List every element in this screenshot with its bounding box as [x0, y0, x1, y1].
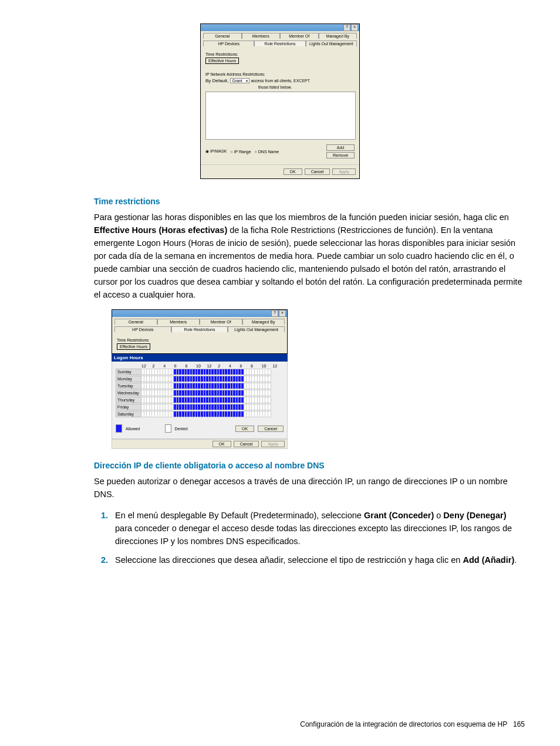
cancel-button[interactable]: Cancel — [234, 441, 259, 447]
logon-ok-button[interactable]: OK — [235, 426, 254, 432]
tab-member-of[interactable]: Member Of — [280, 33, 319, 39]
access-text-2: those listed below. — [258, 85, 355, 89]
logon-cancel-button[interactable]: Cancel — [258, 426, 284, 432]
hour-cell[interactable] — [268, 369, 271, 375]
time-restrictions-heading: Time restrictions — [94, 197, 525, 206]
effective-hours-button[interactable]: Effective Hours — [205, 58, 239, 64]
tab-member-of[interactable]: Member Of — [200, 319, 242, 325]
tab-row-2: HP Devices Role Restrictions Lights Out … — [112, 325, 287, 332]
dialog2-footer: OK Cancel Apply — [112, 439, 288, 449]
allowed-label: Allowed — [126, 427, 140, 431]
day-row: Friday — [116, 404, 284, 410]
tab-lights-out[interactable]: Lights Out Management — [228, 326, 285, 332]
hour-cell[interactable] — [268, 390, 271, 396]
role-restrictions-dialog-figure: ? × General Members Member Of Managed By… — [35, 23, 525, 179]
by-default-label: By Default, — [205, 78, 228, 83]
tab-hp-devices[interactable]: HP Devices — [114, 326, 171, 332]
time-restrictions-paragraph: Para gestionar las horas disponibles en … — [94, 211, 525, 301]
day-row: Sunday — [116, 369, 284, 375]
tab-members[interactable]: Members — [157, 319, 200, 325]
close-icon[interactable]: × — [279, 310, 286, 317]
by-default-row: By Default, Grant access from all client… — [205, 78, 355, 83]
radio-dns[interactable]: ○ DNS Name — [255, 150, 279, 154]
hour-label: 8 — [251, 364, 262, 368]
ip-dns-paragraph: Se pueden autorizar o denegar accesos a … — [94, 475, 525, 501]
add-button[interactable]: Add — [326, 144, 355, 151]
remove-button[interactable]: Remove — [326, 152, 355, 158]
tab-row-1: General Members Member Of Managed By — [112, 317, 287, 325]
day-label: Wednesday — [116, 390, 141, 396]
time-restrictions-label: Time Restrictions: — [117, 338, 282, 342]
logon-hours-dialog-figure: ? × General Members Member Of Managed By… — [112, 309, 525, 449]
ok-button[interactable]: OK — [212, 441, 231, 447]
day-row: Monday — [116, 376, 284, 382]
day-label: Saturday — [116, 411, 141, 417]
step-1: En el menú desplegable By Default (Prede… — [110, 509, 525, 548]
restrictions-listbox[interactable] — [205, 92, 356, 140]
steps-list: En el menú desplegable By Default (Prede… — [94, 509, 525, 566]
day-label: Monday — [116, 376, 141, 382]
hour-cell[interactable] — [268, 383, 271, 389]
access-text-1: access from all clients, EXCEPT — [251, 79, 310, 83]
by-default-select[interactable]: Grant — [230, 78, 249, 83]
hour-labels: 122468101224681012 — [141, 364, 284, 368]
time-restrictions-label: Time Restrictions: — [205, 52, 355, 56]
help-icon[interactable]: ? — [343, 24, 350, 31]
allowed-swatch-icon — [116, 424, 122, 433]
tab-general[interactable]: General — [203, 33, 242, 39]
hour-label: 2 — [218, 364, 229, 368]
cancel-button[interactable]: Cancel — [305, 168, 330, 175]
dialog-titlebar: ? × — [201, 24, 359, 31]
hour-label: 12 — [141, 364, 153, 368]
denied-label: Denied — [175, 427, 188, 431]
legend-row: Allowed Denied OK Cancel — [116, 424, 284, 433]
hour-label: 4 — [229, 364, 240, 368]
schedule-grid: 122468101224681012 SundayMondayTuesdayWe… — [112, 362, 288, 439]
dialog-footer: OK Cancel Apply — [201, 164, 359, 178]
ip-restrictions-label: IP Network Address Restrictions: — [205, 72, 355, 76]
tab-row-1: General Members Member Of Managed By — [201, 31, 359, 39]
tab-hp-devices[interactable]: HP Devices — [203, 40, 254, 46]
day-label: Sunday — [116, 369, 141, 375]
hour-label: 12 — [272, 364, 284, 368]
role-restrictions-dialog: ? × General Members Member Of Managed By… — [200, 23, 360, 179]
hour-cell[interactable] — [268, 404, 271, 410]
apply-button[interactable]: Apply — [332, 168, 356, 175]
tab-lights-out[interactable]: Lights Out Management — [306, 40, 357, 46]
ip-dns-heading: Dirección IP de cliente obligatoria o ac… — [94, 461, 525, 470]
hour-label: 2 — [153, 364, 164, 368]
day-row: Wednesday — [116, 390, 284, 396]
tab-members[interactable]: Members — [242, 33, 281, 39]
logon-hours-title: Logon Hours — [112, 354, 288, 362]
tab-role-restrictions[interactable]: Role Restrictions — [171, 326, 228, 332]
hour-cell[interactable] — [268, 376, 271, 382]
day-row: Thursday — [116, 397, 284, 403]
radio-iprange[interactable]: ○ IP Range — [230, 150, 251, 154]
day-row: Saturday — [116, 411, 284, 417]
tab-managed-by[interactable]: Managed By — [242, 319, 285, 325]
effective-hours-button[interactable]: Effective Hours — [117, 343, 150, 350]
hour-label: 10 — [262, 364, 273, 368]
day-label: Thursday — [116, 397, 141, 403]
day-label: Tuesday — [116, 383, 141, 389]
hour-label: 10 — [196, 364, 207, 368]
apply-button[interactable]: Apply — [261, 441, 285, 447]
close-icon[interactable]: × — [351, 24, 358, 31]
tab-managed-by[interactable]: Managed By — [319, 33, 357, 39]
hour-label: 8 — [185, 364, 196, 368]
tab-row-2: HP Devices Role Restrictions Lights Out … — [201, 39, 359, 46]
help-icon[interactable]: ? — [271, 310, 278, 317]
logon-hours-dialog: ? × General Members Member Of Managed By… — [112, 309, 288, 449]
ok-button[interactable]: OK — [284, 168, 302, 175]
hour-cell[interactable] — [268, 397, 271, 403]
denied-swatch-icon — [165, 424, 171, 433]
hour-label: 6 — [174, 364, 185, 368]
radio-ipmask[interactable]: ◉ IP/MASK — [205, 149, 227, 154]
tab-role-restrictions[interactable]: Role Restrictions — [254, 40, 305, 46]
hour-cell[interactable] — [268, 411, 271, 417]
hour-label: 4 — [163, 364, 174, 368]
page-footer: Configuración de la integración de direc… — [300, 720, 525, 728]
tab-general[interactable]: General — [114, 319, 157, 325]
day-label: Friday — [116, 404, 141, 410]
step-2: Seleccione las direcciones que desea aña… — [110, 553, 525, 566]
